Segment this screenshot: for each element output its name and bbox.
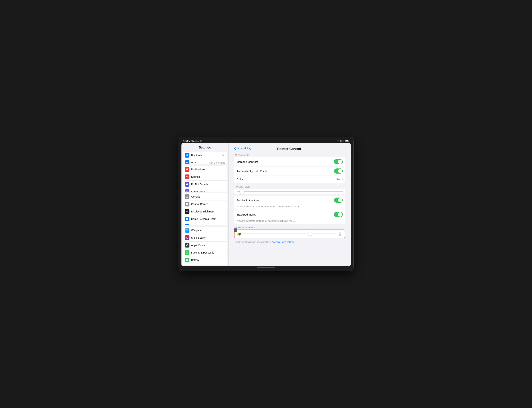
scrolling-speed-slider[interactable] bbox=[243, 234, 336, 234]
back-button[interactable]: Accessibility bbox=[234, 147, 251, 150]
trackpad-inertia-label: Trackpad Inertia bbox=[237, 213, 332, 216]
sidebar-item-bluetooth[interactable]: Bluetooth On bbox=[183, 152, 227, 159]
pointer-animations-row[interactable]: Pointer Animations bbox=[234, 196, 345, 205]
svg-rect-12 bbox=[186, 218, 187, 219]
trackpad-inertia-row[interactable]: Trackpad Inertia bbox=[234, 210, 345, 219]
color-chevron: › bbox=[342, 178, 342, 181]
control-center-label: Control Center bbox=[191, 203, 225, 205]
auto-hide-pointer-label: Automatically Hide Pointer bbox=[237, 170, 332, 173]
sidebar-item-privacy[interactable]: Privacy bbox=[183, 264, 227, 265]
privacy-icon bbox=[185, 265, 190, 265]
notifications-icon bbox=[185, 167, 190, 172]
svg-rect-1 bbox=[345, 140, 348, 142]
home-screen-icon bbox=[185, 217, 190, 221]
sidebar-item-wallpaper[interactable]: Wallpaper bbox=[183, 227, 227, 234]
increase-contrast-row[interactable]: Increase Contrast bbox=[234, 157, 345, 166]
wallpaper-label: Wallpaper bbox=[191, 229, 225, 232]
display-brightness-label: Display & Brightness bbox=[191, 210, 225, 213]
vpn-value: Not Connected bbox=[209, 162, 225, 164]
svg-rect-13 bbox=[187, 218, 188, 219]
pointer-cursor-dot bbox=[234, 229, 237, 232]
status-bar: 7:05 PM Mon May 18 96% bbox=[182, 140, 351, 143]
bluetooth-icon bbox=[185, 153, 190, 158]
do-not-disturb-icon bbox=[185, 182, 190, 187]
assistive-touch-link[interactable]: AssistiveTouch settings. bbox=[272, 241, 295, 243]
sidebar-item-display-brightness[interactable]: AA Display & Brightness bbox=[183, 208, 227, 215]
sounds-label: Sounds bbox=[191, 175, 225, 178]
auto-hide-pointer-toggle[interactable] bbox=[334, 169, 343, 174]
sidebar-group-general2: General Control Center AA bbox=[183, 193, 227, 225]
sidebar-item-vpn[interactable]: VPN VPN Not Connected bbox=[183, 159, 227, 164]
pointer-size-label: POINTER SIZE bbox=[235, 186, 345, 188]
sounds-icon bbox=[185, 174, 190, 179]
color-label: Color bbox=[237, 178, 335, 181]
siri-icon bbox=[185, 235, 190, 240]
trackpad-inertia-toggle[interactable] bbox=[334, 212, 343, 217]
sidebar-item-face-id[interactable]: Face ID & Passcode bbox=[183, 249, 227, 256]
screen-time-icon bbox=[185, 189, 190, 192]
increase-contrast-toggle[interactable] bbox=[334, 159, 343, 164]
scrolling-speed-label: SCROLLING SPEED bbox=[235, 226, 345, 229]
accessibility-label: Accessibility bbox=[191, 225, 225, 225]
increase-contrast-label: Increase Contrast bbox=[237, 160, 332, 163]
svg-rect-24 bbox=[186, 260, 188, 261]
sidebar-item-screen-time[interactable]: Screen Time bbox=[183, 188, 227, 192]
sidebar-item-home-screen[interactable]: Home Screen & Dock bbox=[183, 215, 227, 223]
color-value: Red › bbox=[336, 178, 343, 181]
auto-hide-pointer-row[interactable]: Automatically Hide Pointer bbox=[234, 166, 345, 176]
fast-speed-icon: 🐇 bbox=[338, 232, 342, 236]
general-label: General bbox=[191, 195, 225, 198]
pointer-animations-subtext: Allow the pointer to animate and adapt t… bbox=[234, 205, 345, 210]
face-id-icon bbox=[185, 250, 190, 255]
back-label: Accessibility bbox=[236, 147, 251, 150]
sidebar-item-apple-pencil[interactable]: Apple Pencil bbox=[183, 241, 227, 249]
svg-point-22 bbox=[187, 252, 188, 253]
bluetooth-label: Bluetooth bbox=[191, 154, 220, 157]
ipad-frame: 7:05 PM Mon May 18 96% bbox=[179, 137, 353, 271]
scrolling-speed-thumb[interactable] bbox=[308, 232, 312, 236]
pointer-animations-toggle[interactable] bbox=[334, 197, 343, 203]
sidebar-item-battery[interactable]: Battery bbox=[183, 256, 227, 264]
scrolling-speed-card: 🐢 🐇 bbox=[234, 230, 345, 238]
sidebar-item-sounds[interactable]: Sounds bbox=[183, 173, 227, 180]
sidebar-item-accessibility[interactable]: Accessibility bbox=[183, 223, 227, 225]
vpn-icon: VPN bbox=[185, 160, 190, 164]
home-indicator bbox=[182, 266, 351, 268]
apple-pencil-label: Apple Pencil bbox=[191, 244, 225, 246]
accessibility-icon bbox=[185, 224, 190, 225]
sidebar-group-connectivity: Bluetooth On VPN VPN Not Connected bbox=[183, 152, 227, 164]
status-date: Mon May 18 bbox=[191, 140, 202, 142]
color-row[interactable]: Color Red › bbox=[234, 176, 345, 183]
svg-rect-20 bbox=[186, 252, 188, 254]
pointer-animations-label: Pointer Animations bbox=[237, 199, 332, 202]
animations-card: Pointer Animations Allow the pointer to … bbox=[234, 196, 345, 224]
appearance-section-label: APPEARANCE bbox=[235, 154, 345, 156]
sidebar-item-siri-search[interactable]: Siri & Search bbox=[183, 234, 227, 241]
sidebar-item-general[interactable]: General bbox=[183, 193, 227, 200]
sidebar-item-notifications[interactable]: Notifications bbox=[183, 166, 227, 173]
sidebar-item-control-center[interactable]: Control Center bbox=[183, 200, 227, 208]
svg-point-9 bbox=[187, 203, 188, 204]
status-time: 7:05 PM bbox=[183, 140, 190, 142]
battery-label: Battery bbox=[191, 259, 225, 262]
siri-search-label: Siri & Search bbox=[191, 236, 225, 239]
svg-point-8 bbox=[186, 203, 187, 204]
battery-sidebar-icon bbox=[185, 258, 190, 263]
pointer-size-thumb[interactable] bbox=[240, 189, 244, 194]
notifications-label: Notifications bbox=[191, 168, 225, 171]
wifi-icon bbox=[337, 140, 339, 142]
apple-pencil-icon bbox=[185, 243, 190, 247]
home-bar bbox=[257, 267, 275, 268]
trackpad-inertia-subtext: Allow the pointer to continue moving aft… bbox=[234, 219, 345, 224]
sidebar-title: Settings bbox=[182, 143, 228, 151]
face-id-label: Face ID & Passcode bbox=[191, 251, 225, 254]
page-title: Pointer Control bbox=[277, 147, 301, 151]
screen-time-label: Screen Time bbox=[191, 190, 225, 192]
pointer-size-track[interactable] bbox=[237, 191, 343, 192]
sidebar-item-do-not-disturb[interactable]: Do Not Disturb bbox=[183, 180, 227, 188]
svg-point-7 bbox=[187, 196, 187, 197]
sidebar-group-general1: Notifications Sounds bbox=[183, 166, 227, 192]
sidebar: Settings Bluetooth On VPN bbox=[182, 143, 229, 266]
svg-rect-15 bbox=[187, 219, 188, 220]
pointer-size-slider-container bbox=[234, 189, 345, 194]
